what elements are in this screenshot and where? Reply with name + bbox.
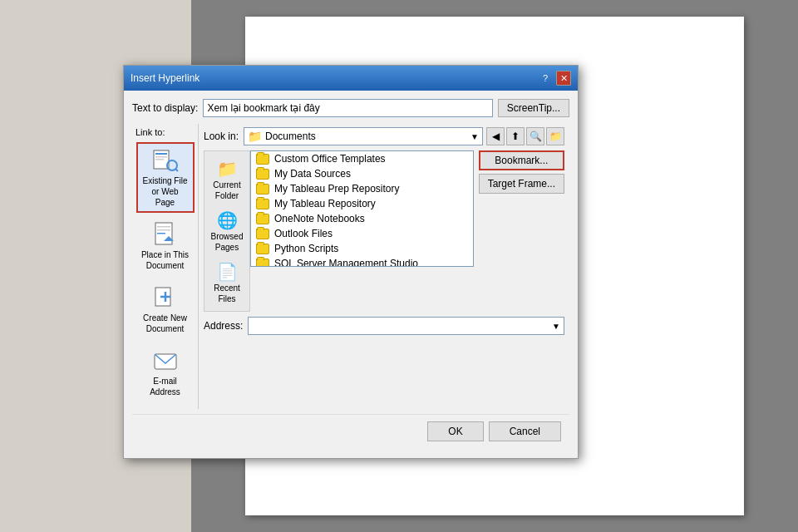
dialog-titlebar: Insert Hyperlink ? ✕ bbox=[124, 66, 578, 91]
new-document-icon bbox=[152, 284, 179, 311]
help-button[interactable]: ? bbox=[538, 71, 553, 86]
address-label: Address: bbox=[204, 320, 243, 332]
link-place-document[interactable]: Place in ThisDocument bbox=[136, 216, 195, 276]
file-item-label: My Tableau Prep Repository bbox=[274, 183, 400, 195]
svg-rect-2 bbox=[155, 156, 167, 158]
cancel-button[interactable]: Cancel bbox=[489, 421, 561, 441]
current-folder-icon: 📁 bbox=[217, 158, 238, 180]
current-folder-nav-label: CurrentFolder bbox=[213, 180, 240, 201]
folder-icon bbox=[256, 184, 269, 195]
right-buttons-panel: Bookmark... Target Frame... bbox=[479, 150, 564, 312]
back-button[interactable]: ◀ bbox=[486, 127, 505, 145]
svg-line-5 bbox=[175, 169, 178, 171]
list-item[interactable]: My Data Sources bbox=[251, 166, 473, 181]
address-dropdown-icon[interactable]: ▼ bbox=[552, 322, 560, 331]
place-document-icon bbox=[152, 221, 179, 248]
list-item[interactable]: OneNote Notebooks bbox=[251, 211, 473, 226]
svg-rect-8 bbox=[157, 229, 170, 231]
address-row: Address: ▼ bbox=[204, 317, 564, 335]
search-web-button[interactable]: 🔍 bbox=[526, 127, 544, 145]
screentip-button[interactable]: ScreenTip... bbox=[498, 99, 569, 117]
existing-file-label: Existing Fileor Web Page bbox=[141, 175, 190, 208]
bookmark-button[interactable]: Bookmark... bbox=[479, 150, 564, 170]
folder-icon bbox=[256, 214, 269, 224]
look-in-select-container[interactable]: 📁 Documents ▼ bbox=[244, 127, 483, 145]
dialog-title: Insert Hyperlink bbox=[131, 72, 200, 84]
insert-hyperlink-dialog: Insert Hyperlink ? ✕ Text to display: Sc… bbox=[123, 65, 579, 459]
folder-icon bbox=[256, 199, 269, 209]
file-item-label: Python Scripts bbox=[274, 243, 338, 254]
target-frame-button[interactable]: Target Frame... bbox=[479, 174, 564, 194]
list-item[interactable]: Python Scripts bbox=[251, 241, 473, 256]
look-in-label: Look in: bbox=[204, 131, 239, 142]
text-display-label: Text to display: bbox=[132, 102, 198, 114]
right-panel: Look in: 📁 Documents ▼ ◀ ⬆ 🔍 📁 bbox=[199, 124, 569, 409]
toolbar-buttons: ◀ ⬆ 🔍 📁 bbox=[486, 127, 564, 145]
file-item-label: My Data Sources bbox=[274, 168, 351, 180]
list-item[interactable]: Custom Office Templates bbox=[251, 151, 473, 166]
address-input[interactable] bbox=[252, 320, 552, 332]
existing-file-icon bbox=[152, 147, 179, 174]
folder-icon bbox=[256, 229, 269, 239]
list-item[interactable]: SQL Server Management Studio bbox=[251, 256, 473, 267]
up-button[interactable]: ⬆ bbox=[506, 127, 525, 145]
list-item[interactable]: My Tableau Prep Repository bbox=[251, 181, 473, 196]
dialog-body: Text to display: ScreenTip... Link to: bbox=[124, 91, 578, 458]
new-folder-button[interactable]: 📁 bbox=[546, 127, 564, 145]
svg-rect-7 bbox=[157, 226, 170, 228]
file-item-label: My Tableau Repository bbox=[274, 198, 376, 209]
place-document-label: Place in ThisDocument bbox=[141, 249, 189, 271]
link-email-address[interactable]: E-mailAddress bbox=[136, 342, 195, 402]
link-to-panel: Link to: Existing Fileor Web Page bbox=[132, 124, 199, 409]
browsed-pages-nav[interactable]: 🌐 BrowsedPages bbox=[206, 206, 248, 256]
browsed-pages-nav-label: BrowsedPages bbox=[211, 231, 244, 253]
file-item-label: Custom Office Templates bbox=[274, 153, 386, 165]
file-list-container[interactable]: Custom Office TemplatesMy Data SourcesMy… bbox=[250, 150, 474, 267]
browser-area: 📁 CurrentFolder 🌐 BrowsedPages 📄 RecentF… bbox=[204, 150, 564, 312]
new-document-label: Create NewDocument bbox=[143, 313, 187, 334]
svg-rect-9 bbox=[157, 233, 165, 234]
link-existing-file[interactable]: Existing Fileor Web Page bbox=[136, 142, 195, 213]
file-item-label: SQL Server Management Studio bbox=[274, 258, 418, 267]
recent-files-nav[interactable]: 📄 RecentFiles bbox=[206, 258, 248, 308]
recent-files-nav-label: RecentFiles bbox=[214, 283, 240, 304]
text-display-row: Text to display: ScreenTip... bbox=[132, 99, 569, 117]
folder-icon bbox=[256, 259, 269, 268]
text-display-input[interactable] bbox=[203, 99, 492, 117]
folder-icon bbox=[256, 244, 269, 254]
email-icon bbox=[152, 347, 179, 374]
dialog-footer: OK Cancel bbox=[132, 414, 569, 450]
main-content-area: Link to: Existing Fileor Web Page bbox=[132, 124, 569, 409]
current-folder-nav[interactable]: 📁 CurrentFolder bbox=[206, 155, 248, 204]
close-button[interactable]: ✕ bbox=[556, 71, 571, 86]
folder-icon bbox=[256, 169, 269, 180]
email-address-label: E-mailAddress bbox=[150, 376, 180, 397]
link-new-document[interactable]: Create NewDocument bbox=[136, 279, 195, 339]
browsed-pages-icon: 🌐 bbox=[217, 209, 238, 231]
nav-sidebar: 📁 CurrentFolder 🌐 BrowsedPages 📄 RecentF… bbox=[204, 150, 250, 312]
ok-button[interactable]: OK bbox=[427, 421, 483, 441]
look-in-row: Look in: 📁 Documents ▼ ◀ ⬆ 🔍 📁 bbox=[204, 127, 564, 145]
list-item[interactable]: Outlook Files bbox=[251, 226, 473, 241]
file-item-label: Outlook Files bbox=[274, 228, 332, 239]
recent-files-icon: 📄 bbox=[217, 261, 238, 283]
folder-icon bbox=[256, 154, 269, 165]
look-in-value: Documents bbox=[265, 131, 470, 142]
svg-rect-1 bbox=[155, 153, 167, 155]
link-to-label: Link to: bbox=[135, 127, 165, 137]
svg-rect-3 bbox=[155, 159, 164, 160]
list-item[interactable]: My Tableau Repository bbox=[251, 196, 473, 211]
file-item-label: OneNote Notebooks bbox=[274, 213, 365, 224]
file-list: Custom Office TemplatesMy Data SourcesMy… bbox=[251, 151, 473, 267]
